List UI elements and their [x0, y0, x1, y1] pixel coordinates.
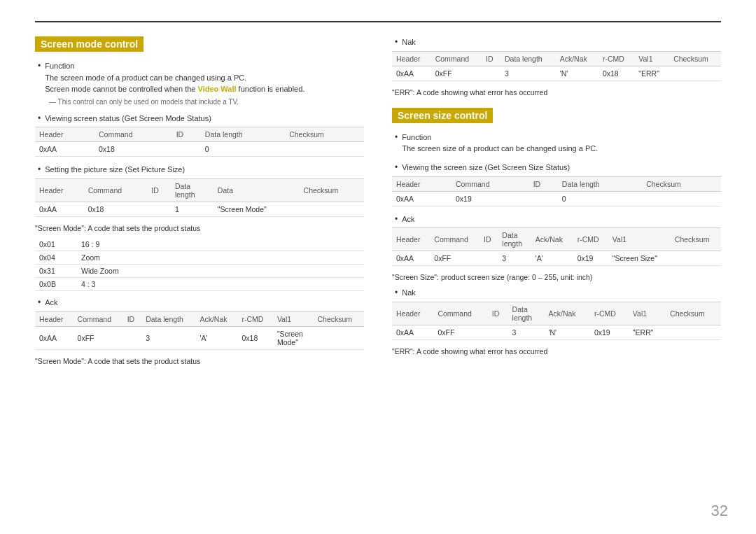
function-section: • Function The screen mode of a product … [35, 60, 364, 106]
setting-bullet: • Setting the picture size (Set Picture … [38, 164, 364, 176]
page-number: 32 [711, 502, 728, 520]
ack-table-section: Header Command ID Data length Ack/Nak r-… [35, 311, 364, 350]
right-nak-table-section: Header Command ID Datalength Ack/Nak r-C… [392, 302, 721, 340]
screen-size-note: "Screen Size": product screen size (rang… [392, 273, 721, 281]
right-function-bullet: • Function The screen size of a product … [395, 132, 721, 155]
table-row: 0xAA 0x19 0 [392, 191, 721, 206]
th-checksum: Checksum [300, 179, 364, 202]
th-id: ID [529, 176, 558, 191]
nak-top-header-row: Header Command ID Data length Ack/Nak r-… [392, 51, 721, 66]
err-note-bottom: "ERR": A code showing what error has occ… [392, 347, 721, 356]
table-row: 0xAA 0x18 0 [35, 142, 364, 157]
mode-row: 0x31 Wide Zoom [35, 265, 364, 278]
th-id: ID [488, 302, 508, 325]
table2-section: Header Command ID Datalength Data Checks… [35, 178, 364, 217]
th-header: Header [35, 311, 74, 326]
th-id: ID [482, 51, 500, 66]
th-checksum: Checksum [314, 311, 365, 326]
left-section-title: Screen mode control [35, 36, 364, 60]
table-row: 0xAA 0x18 1 "Screen Mode" [35, 202, 364, 217]
table2-header-row: Header Command ID Datalength Data Checks… [35, 179, 364, 202]
th-header: Header [392, 302, 433, 325]
th-rcmd: r-CMD [590, 302, 629, 325]
table-row: 0xAA 0xFF 3 'N' 0x18 "ERR" [392, 66, 721, 80]
err-note-top: "ERR": A code showing what error has occ… [392, 88, 721, 97]
th-acknak: Ack/Nak [545, 302, 590, 325]
th-header: Header [392, 51, 431, 66]
right-table1-section: Header Command ID Data length Checksum 0… [392, 176, 721, 206]
th-command: Command [430, 228, 479, 251]
th-header: Header [35, 127, 94, 142]
right-viewing-bullet: • Viewing the screen size (Get Screen Si… [395, 162, 721, 174]
th-datalength: Data length [500, 51, 556, 66]
setting-table: Header Command ID Datalength Data Checks… [35, 178, 364, 217]
right-nak-header-row: Header Command ID Datalength Ack/Nak r-C… [392, 302, 721, 325]
right-ack-bullet: • Ack [395, 213, 721, 225]
th-checksum: Checksum [642, 176, 721, 191]
table1-section: Header Command ID Data length Checksum 0… [35, 127, 364, 157]
th-command: Command [433, 302, 487, 325]
th-checksum: Checksum [669, 51, 721, 66]
th-datalength: Datalength [171, 179, 214, 202]
mode-row: 0x0B 4 : 3 [35, 278, 364, 291]
ack-table: Header Command ID Data length Ack/Nak r-… [35, 311, 364, 350]
th-datalength: Datalength [508, 302, 545, 325]
ack-bullet: • Ack [38, 297, 364, 309]
right-ack-header-row: Header Command ID Datalength Ack/Nak r-C… [392, 228, 721, 251]
function-bullet: • Function The screen mode of a product … [38, 60, 364, 95]
th-command: Command [74, 311, 123, 326]
th-id: ID [147, 179, 171, 202]
right-nak-table: Header Command ID Datalength Ack/Nak r-C… [392, 302, 721, 340]
th-datalength: Datalength [498, 228, 531, 251]
mode-row: 0x04 Zoom [35, 251, 364, 265]
right-section-title: Screen size control [392, 108, 721, 132]
th-command: Command [431, 51, 482, 66]
left-column: Screen mode control • Function The scree… [35, 36, 364, 371]
th-rcmd: r-CMD [573, 228, 608, 251]
table-row: 0xAA 0xFF 3 'N' 0x19 "ERR" [392, 325, 721, 340]
screen-modes-table: 0x01 16 : 9 0x04 Zoom 0x31 Wide Zoom 0x0… [35, 238, 364, 291]
right-ack-table: Header Command ID Datalength Ack/Nak r-C… [392, 227, 721, 266]
mode-row: 0x01 16 : 9 [35, 238, 364, 251]
ack-header-row: Header Command ID Data length Ack/Nak r-… [35, 311, 364, 326]
th-header: Header [392, 176, 451, 191]
th-id: ID [479, 228, 498, 251]
function-note: This control can only be used on models … [49, 98, 364, 106]
th-checksum: Checksum [285, 127, 364, 142]
right-table1-header-row: Header Command ID Data length Checksum [392, 176, 721, 191]
viewing-table: Header Command ID Data length Checksum 0… [35, 127, 364, 157]
right-function-section: • Function The screen size of a product … [392, 132, 721, 155]
right-ack-table-section: Header Command ID Datalength Ack/Nak r-C… [392, 227, 721, 266]
th-rcmd: r-CMD [237, 311, 272, 326]
right-viewing-table: Header Command ID Data length Checksum 0… [392, 176, 721, 206]
th-val1: Val1 [608, 228, 671, 251]
th-id: ID [123, 311, 141, 326]
viewing-bullet: • Viewing screen status (Get Screen Mode… [38, 113, 364, 125]
right-column: • Nak Header Command ID Data length Ack/… [392, 36, 721, 371]
nak-bullet-top: • Nak [395, 36, 721, 48]
th-command: Command [94, 127, 172, 142]
screen-size-section: Screen size control • Function The scree… [392, 108, 721, 356]
table-row: 0xAA 0xFF 3 'A' 0x18 "ScreenMode" [35, 326, 364, 349]
th-data: Data [214, 179, 300, 202]
table-row: 0xAA 0xFF 3 'A' 0x19 "Screen Size" [392, 251, 721, 266]
table1-header-row: Header Command ID Data length Checksum [35, 127, 364, 142]
top-rule [35, 21, 721, 22]
th-datalength: Data length [201, 127, 285, 142]
th-val1: Val1 [634, 51, 669, 66]
th-id: ID [172, 127, 201, 142]
th-acknak: Ack/Nak [195, 311, 237, 326]
th-val1: Val1 [273, 311, 314, 326]
th-acknak: Ack/Nak [531, 228, 573, 251]
screen-mode-note: "Screen Mode": A code that sets the prod… [35, 224, 364, 232]
th-command: Command [451, 176, 529, 191]
th-header: Header [392, 228, 430, 251]
viewing-section: • Viewing screen status (Get Screen Mode… [35, 113, 364, 157]
th-header: Header [35, 179, 84, 202]
th-checksum: Checksum [671, 228, 721, 251]
nak-table-top: Header Command ID Data length Ack/Nak r-… [392, 51, 721, 81]
th-command: Command [84, 179, 148, 202]
th-checksum: Checksum [666, 302, 721, 325]
nak-table-top-section: Header Command ID Data length Ack/Nak r-… [392, 51, 721, 81]
setting-section: • Setting the picture size (Set Picture … [35, 164, 364, 217]
